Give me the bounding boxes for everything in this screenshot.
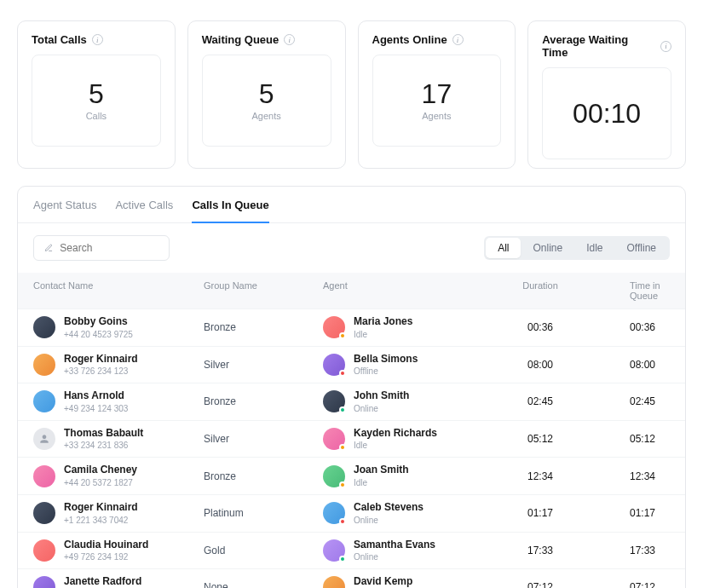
agent-name: Maria Jones <box>354 315 412 329</box>
group-name: Platinum <box>204 507 323 519</box>
contact-phone: +49 234 124 303 <box>64 403 128 414</box>
table-row[interactable]: Camila Cheney +44 20 5372 1827 Bronze Jo… <box>18 457 685 494</box>
duration: 00:36 <box>485 321 596 333</box>
filter-all[interactable]: All <box>486 238 521 258</box>
agent-status: Idle <box>354 477 409 488</box>
avatar <box>323 576 345 588</box>
stat-card: Average Waiting Timei 00:10 <box>527 20 686 169</box>
agent-status: Offline <box>354 366 418 377</box>
agent-status: Idle <box>354 329 412 340</box>
time-in-queue: 00:36 <box>596 321 670 333</box>
group-name: Gold <box>204 545 323 556</box>
avatar <box>33 428 55 450</box>
time-in-queue: 17:33 <box>596 545 670 556</box>
time-in-queue: 02:45 <box>596 395 670 407</box>
calls-panel: Agent StatusActive CallsCalls In Queue A… <box>17 186 686 588</box>
agent-status: Idle <box>354 440 437 451</box>
avatar <box>33 354 55 376</box>
stat-unit: Agents <box>422 111 451 121</box>
table-row[interactable]: Bobby Goins +44 20 4523 9725 Bronze Mari… <box>18 308 685 346</box>
time-in-queue: 05:12 <box>596 433 670 445</box>
table-row[interactable]: Thomas Babault +33 234 231 836 Silver Ka… <box>18 420 685 458</box>
status-dot-icon <box>339 481 346 488</box>
agent-name: Samantha Evans <box>354 539 435 552</box>
agent-status: Online <box>354 515 424 526</box>
stat-value: 5 <box>89 80 104 107</box>
group-name: Bronze <box>204 321 323 333</box>
contact-name: Bobby Goins <box>64 315 133 329</box>
table-row[interactable]: Janette Radford +44 20 7456 1628 None Da… <box>18 568 685 588</box>
time-in-queue: 01:17 <box>596 507 670 519</box>
stat-card: Agents Onlinei 17Agents <box>358 20 516 169</box>
stat-unit: Calls <box>86 111 107 121</box>
col-agent: Agent <box>323 280 485 301</box>
contact-phone: +49 726 234 192 <box>64 551 148 562</box>
duration: 12:34 <box>485 470 596 482</box>
avatar <box>33 502 55 524</box>
time-in-queue: 07:12 <box>596 581 670 588</box>
filter-idle[interactable]: Idle <box>574 238 614 258</box>
time-in-queue: 12:34 <box>596 470 670 482</box>
status-dot-icon <box>339 444 346 451</box>
avatar <box>33 576 55 588</box>
group-name: Bronze <box>204 395 323 407</box>
filter-online[interactable]: Online <box>521 238 574 258</box>
stat-title: Agents Online <box>372 33 447 46</box>
status-filter-segment: AllOnlineIdleOffline <box>484 236 670 260</box>
col-group: Group Name <box>204 280 323 301</box>
duration: 02:45 <box>485 395 596 407</box>
time-in-queue: 08:00 <box>596 359 670 371</box>
contact-name: Roger Kinnaird <box>64 353 138 366</box>
table-header: Contact Name Group Name Agent Duration T… <box>18 273 685 308</box>
duration: 05:12 <box>485 433 596 445</box>
table-row[interactable]: Roger Kinnaird +1 221 343 7042 Platinum … <box>18 494 685 532</box>
duration: 01:17 <box>485 507 596 519</box>
group-name: Silver <box>204 433 323 445</box>
contact-name: Thomas Babault <box>64 427 143 441</box>
contact-name: Camila Cheney <box>64 464 137 477</box>
status-dot-icon <box>339 332 346 339</box>
stat-card: Total Callsi 5Calls <box>17 20 176 169</box>
group-name: Bronze <box>204 470 323 482</box>
stat-title: Average Waiting Time <box>542 33 655 59</box>
info-icon[interactable]: i <box>92 34 103 45</box>
tab-active-calls[interactable]: Active Calls <box>115 199 173 222</box>
col-tiq: Time in Queue <box>596 280 670 301</box>
tab-agent-status[interactable]: Agent Status <box>33 199 96 222</box>
agent-name: David Kemp <box>354 575 412 588</box>
avatar <box>33 316 55 338</box>
agent-name: Caleb Stevens <box>354 501 424 515</box>
stat-unit: Agents <box>252 111 281 121</box>
info-icon[interactable]: i <box>284 34 295 45</box>
group-name: None <box>204 581 323 588</box>
group-name: Silver <box>204 359 323 371</box>
agent-name: Bella Simons <box>354 353 418 366</box>
contact-name: Hans Arnold <box>64 389 128 403</box>
table-row[interactable]: Roger Kinnaird +33 726 234 123 Silver Be… <box>18 346 685 383</box>
duration: 08:00 <box>485 359 596 371</box>
col-duration: Duration <box>485 280 596 301</box>
search-input[interactable] <box>60 242 158 254</box>
tab-calls-in-queue[interactable]: Calls In Queue <box>192 199 268 223</box>
agent-name: Joan Smith <box>354 464 409 477</box>
col-contact: Contact Name <box>33 280 204 301</box>
status-dot-icon <box>339 518 346 525</box>
stat-value: 5 <box>259 80 274 107</box>
agent-name: John Smith <box>354 389 409 403</box>
stat-card: Waiting Queuei 5Agents <box>187 20 346 169</box>
search-input-wrapper[interactable] <box>33 235 170 261</box>
agent-name: Kayden Richards <box>354 427 437 441</box>
status-dot-icon <box>339 406 346 413</box>
table-row[interactable]: Claudia Houinard +49 726 234 192 Gold Sa… <box>18 532 685 569</box>
filter-offline[interactable]: Offline <box>615 238 668 258</box>
stat-title: Waiting Queue <box>202 33 279 46</box>
info-icon[interactable]: i <box>452 34 464 45</box>
contact-name: Roger Kinnaird <box>64 501 138 515</box>
duration: 17:33 <box>485 545 596 556</box>
contact-phone: +33 234 231 836 <box>64 440 143 451</box>
table-row[interactable]: Hans Arnold +49 234 124 303 Bronze John … <box>18 383 685 420</box>
info-icon[interactable]: i <box>660 41 671 52</box>
stat-value: 17 <box>422 80 452 107</box>
agent-status: Online <box>354 551 435 562</box>
duration: 07:12 <box>485 581 596 588</box>
